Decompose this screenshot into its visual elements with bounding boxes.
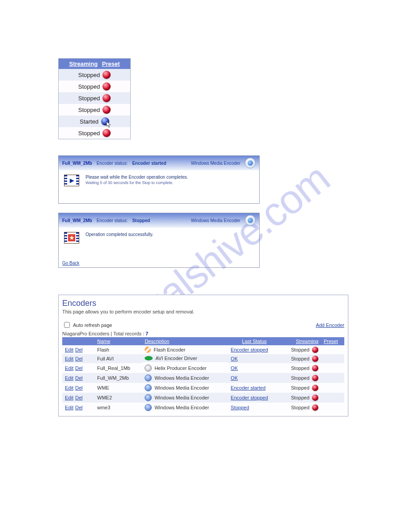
wme-encoder-icon bbox=[145, 394, 152, 401]
edit-link[interactable]: Edit bbox=[65, 405, 73, 410]
panel-title: Full_WM_2Mb bbox=[62, 161, 92, 166]
last-status[interactable]: Encoder stopped bbox=[228, 393, 281, 403]
status-led-stopped-icon[interactable] bbox=[312, 375, 318, 381]
encoder-panel-stopped: Full_WM_2Mb Encoder status: Stopped Wind… bbox=[58, 213, 260, 268]
status-led-stopped-icon[interactable] bbox=[312, 404, 318, 411]
encoder-description: Flash Encoder bbox=[142, 345, 228, 354]
status-led-stopped-icon[interactable] bbox=[312, 385, 318, 391]
streaming-status: Stopped bbox=[281, 403, 321, 412]
delete-link[interactable]: Del bbox=[75, 356, 83, 361]
table-row: EditDelFull_Real_1MbHelix Producer Encod… bbox=[62, 363, 344, 373]
streaming-row: Stopped bbox=[59, 104, 130, 116]
auto-refresh-input[interactable] bbox=[64, 322, 70, 328]
streaming-status: Stopped bbox=[281, 345, 321, 354]
edit-link[interactable]: Edit bbox=[65, 356, 73, 361]
film-icon: ★ bbox=[64, 232, 79, 244]
encoder-type-label: Windows Media Encoder bbox=[191, 218, 240, 223]
delete-link[interactable]: Del bbox=[75, 395, 83, 400]
streaming-status: Stopped bbox=[281, 354, 321, 363]
encoder-name: Full AVI bbox=[94, 354, 142, 363]
page-title: Encoders bbox=[62, 299, 344, 308]
last-status[interactable]: OK bbox=[228, 373, 281, 383]
encoder-name: wme3 bbox=[94, 403, 142, 412]
records-summary: NiagaraPro Encoders | Total records : 7 bbox=[62, 331, 344, 336]
col-preset[interactable]: Preset bbox=[102, 60, 120, 67]
encoder-type-label: Windows Media Encoder bbox=[191, 161, 240, 166]
table-row: EditDelFull AVIAVI Encoder DriverOKStopp… bbox=[62, 354, 344, 363]
encoder-name: WME2 bbox=[94, 393, 142, 403]
streaming-status: Stopped bbox=[281, 373, 321, 383]
status-led-running-icon[interactable] bbox=[101, 117, 109, 125]
streaming-label: Stopped bbox=[78, 130, 100, 137]
last-status[interactable]: OK bbox=[228, 363, 281, 373]
streaming-status: Stopped bbox=[281, 383, 321, 393]
avi-encoder-icon bbox=[145, 356, 153, 360]
status-led-stopped-icon[interactable] bbox=[103, 94, 111, 102]
go-back-link[interactable]: Go Back bbox=[62, 261, 79, 266]
status-led-stopped-icon[interactable] bbox=[103, 129, 111, 137]
wme-encoder-icon bbox=[145, 374, 152, 382]
delete-link[interactable]: Del bbox=[75, 375, 83, 381]
wme-encoder-icon bbox=[145, 384, 152, 391]
streaming-label: Started bbox=[80, 118, 98, 125]
streaming-label: Stopped bbox=[78, 95, 100, 102]
preset-cell bbox=[321, 354, 344, 363]
table-row: EditDelFlashFlash EncoderEncoder stopped… bbox=[62, 345, 344, 354]
status-led-stopped-icon[interactable] bbox=[103, 106, 111, 114]
status-led-stopped-icon[interactable] bbox=[312, 356, 318, 362]
panel-title: Full_WM_2Mb bbox=[62, 218, 92, 223]
delete-link[interactable]: Del bbox=[75, 365, 83, 371]
encoder-name: WME bbox=[94, 383, 142, 393]
last-status[interactable]: OK bbox=[228, 354, 281, 363]
edit-link[interactable]: Edit bbox=[65, 375, 73, 381]
status-led-stopped-icon[interactable] bbox=[312, 347, 318, 353]
edit-link[interactable]: Edit bbox=[65, 395, 73, 400]
encoder-description: Windows Media Encoder bbox=[142, 373, 228, 383]
delete-link[interactable]: Del bbox=[75, 385, 83, 390]
status-led-stopped-icon[interactable] bbox=[103, 71, 111, 79]
panel-submessage: Waiting 5 of 30 seconds for the Stop to … bbox=[86, 180, 188, 185]
col-actions bbox=[62, 337, 94, 345]
encoder-description: Windows Media Encoder bbox=[142, 403, 228, 412]
col-streaming[interactable]: Streaming bbox=[69, 60, 98, 67]
encoder-name: Full_WM_2Mb bbox=[94, 373, 142, 383]
delete-link[interactable]: Del bbox=[75, 347, 83, 352]
auto-refresh-checkbox[interactable]: Auto refresh page bbox=[62, 321, 112, 329]
last-status[interactable]: Encoder started bbox=[228, 383, 281, 393]
edit-link[interactable]: Edit bbox=[65, 347, 73, 352]
streaming-row: Stopped bbox=[59, 81, 130, 92]
wme-icon bbox=[245, 215, 256, 226]
status-led-stopped-icon[interactable] bbox=[312, 365, 318, 371]
delete-link[interactable]: Del bbox=[75, 405, 83, 410]
add-encoder-link[interactable]: Add Encoder bbox=[316, 322, 344, 328]
encoder-name: Full_Real_1Mb bbox=[94, 363, 142, 373]
status-led-stopped-icon[interactable] bbox=[103, 82, 111, 90]
wme-encoder-icon bbox=[145, 404, 152, 411]
edit-link[interactable]: Edit bbox=[65, 385, 73, 390]
col-streaming[interactable]: Streaming bbox=[281, 337, 321, 345]
col-preset[interactable]: Preset bbox=[321, 337, 344, 345]
preset-cell bbox=[321, 393, 344, 403]
preset-cell bbox=[321, 403, 344, 412]
streaming-label: Stopped bbox=[78, 83, 100, 90]
page-subtitle: This page allows you to perform encoder … bbox=[62, 309, 344, 314]
status-label: Encoder status: bbox=[97, 161, 128, 166]
col-last-status[interactable]: Last Status bbox=[228, 337, 281, 345]
streaming-row: Started bbox=[59, 116, 130, 127]
streaming-label: Stopped bbox=[78, 107, 100, 113]
col-description[interactable]: Description bbox=[142, 337, 228, 345]
edit-link[interactable]: Edit bbox=[65, 365, 73, 371]
encoder-name: Flash bbox=[94, 345, 142, 354]
last-status[interactable]: Encoder stopped bbox=[228, 345, 281, 354]
wme-icon bbox=[245, 158, 256, 168]
table-row: EditDelWMEWindows Media EncoderEncoder s… bbox=[62, 383, 344, 393]
streaming-label: Stopped bbox=[78, 72, 100, 78]
table-row: EditDelWME2Windows Media EncoderEncoder … bbox=[62, 393, 344, 403]
status-led-stopped-icon[interactable] bbox=[312, 395, 318, 401]
col-name[interactable]: Name bbox=[94, 337, 142, 345]
last-status[interactable]: Stopped bbox=[228, 403, 281, 412]
encoders-table: Name Description Last Status Streaming P… bbox=[62, 337, 344, 412]
encoder-description: Windows Media Encoder bbox=[142, 393, 228, 403]
encoder-panel-started: Full_WM_2Mb Encoder status: Encoder star… bbox=[58, 155, 260, 204]
streaming-row: Stopped bbox=[59, 92, 130, 104]
